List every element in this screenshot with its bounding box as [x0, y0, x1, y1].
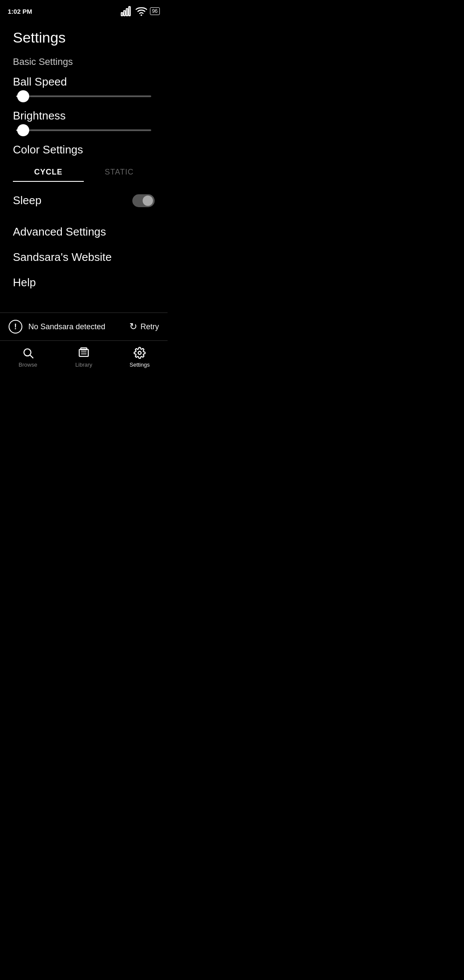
- help-item[interactable]: Help: [13, 270, 155, 295]
- retry-button[interactable]: ↻ Retry: [129, 321, 159, 332]
- color-settings-toggle: CYCLE STATIC: [13, 163, 155, 182]
- tab-settings[interactable]: Settings: [112, 347, 168, 368]
- svg-point-11: [138, 352, 141, 355]
- sleep-toggle-knob: [143, 196, 153, 206]
- ball-speed-track: [16, 95, 151, 97]
- ball-speed-thumb[interactable]: [17, 90, 29, 102]
- browse-icon: [22, 347, 34, 359]
- status-icons: 96: [121, 5, 160, 17]
- status-bar: 1:02 PM 96: [0, 0, 168, 21]
- tab-settings-label: Settings: [130, 361, 150, 368]
- color-static-option[interactable]: STATIC: [84, 163, 155, 182]
- tab-browse-label: Browse: [18, 361, 37, 368]
- sandsara-website-item[interactable]: Sandsara's Website: [13, 245, 155, 270]
- svg-rect-0: [121, 13, 123, 16]
- status-time: 1:02 PM: [8, 8, 32, 15]
- tab-bar: Browse Library Settings: [0, 341, 168, 377]
- tab-browse[interactable]: Browse: [0, 347, 56, 368]
- battery-icon: 96: [150, 7, 160, 15]
- library-icon: [78, 347, 90, 359]
- color-cycle-option[interactable]: CYCLE: [13, 163, 84, 182]
- sleep-toggle[interactable]: [132, 194, 155, 207]
- brightness-slider[interactable]: [13, 129, 155, 131]
- tab-library-label: Library: [75, 361, 92, 368]
- sleep-row: Sleep: [13, 194, 155, 207]
- device-status-text: No Sandsara detected: [28, 322, 105, 331]
- ball-speed-label: Ball Speed: [13, 75, 155, 89]
- brightness-label: Brightness: [13, 109, 155, 122]
- retry-label: Retry: [140, 322, 159, 331]
- tab-library[interactable]: Library: [56, 347, 112, 368]
- device-status-bar: ! No Sandsara detected ↻ Retry: [0, 312, 168, 341]
- svg-rect-8: [81, 348, 87, 350]
- svg-point-4: [140, 15, 142, 16]
- retry-icon: ↻: [129, 321, 137, 332]
- svg-rect-7: [79, 349, 89, 356]
- wifi-icon: [135, 5, 147, 17]
- svg-line-6: [30, 355, 33, 358]
- signal-icon: [121, 5, 133, 17]
- svg-rect-1: [124, 11, 125, 16]
- brightness-track: [16, 129, 151, 131]
- basic-settings-label: Basic Settings: [13, 56, 155, 67]
- brightness-thumb[interactable]: [17, 124, 29, 136]
- svg-rect-2: [126, 9, 128, 15]
- main-content: Settings Basic Settings Ball Speed Brigh…: [0, 21, 168, 295]
- advanced-settings-item[interactable]: Advanced Settings: [13, 219, 155, 245]
- sleep-label: Sleep: [13, 194, 42, 207]
- page-title: Settings: [13, 29, 155, 46]
- ball-speed-slider[interactable]: [13, 95, 155, 97]
- svg-rect-3: [128, 7, 130, 16]
- settings-icon: [134, 347, 146, 359]
- device-status-left: ! No Sandsara detected: [9, 320, 105, 334]
- alert-icon: !: [9, 320, 22, 334]
- color-settings-label: Color Settings: [13, 143, 155, 156]
